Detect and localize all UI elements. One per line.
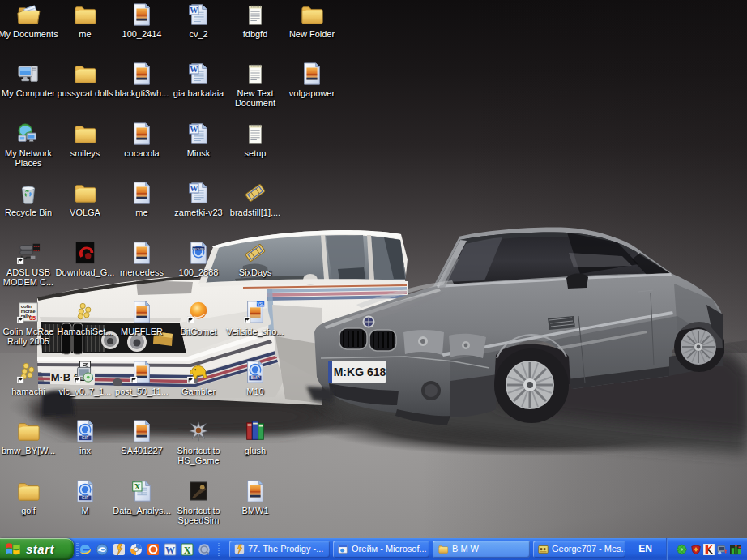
- svg-text:W: W: [165, 545, 175, 556]
- svg-text:X: X: [184, 545, 191, 556]
- svg-text:M:KG 618: M:KG 618: [334, 365, 386, 378]
